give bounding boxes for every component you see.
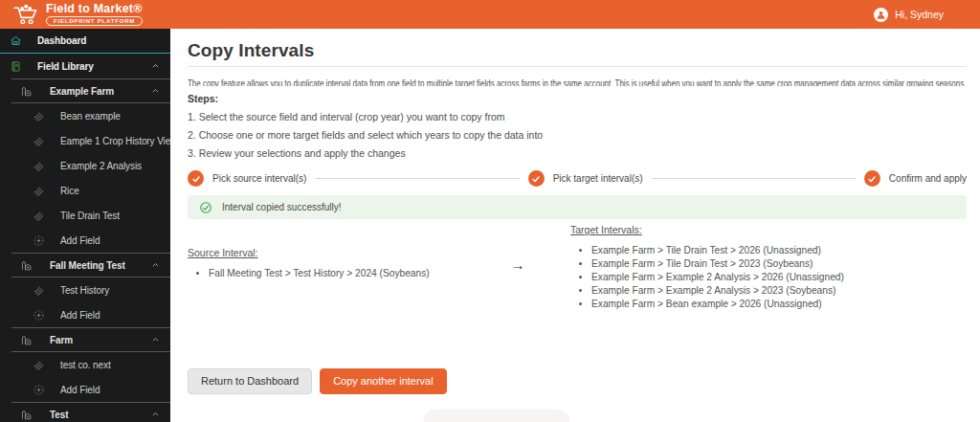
sidebar-item-label: Bean example xyxy=(60,111,121,122)
step-indicator-target: Pick target interval(s) xyxy=(528,170,643,187)
sidebar-item-test-co-next[interactable]: test co. next xyxy=(0,352,170,377)
success-check-icon xyxy=(199,201,212,214)
brand-title: Field to Market® xyxy=(46,3,143,15)
return-to-dashboard-button[interactable]: Return to Dashboard xyxy=(188,368,312,394)
user-menu[interactable]: Hi, Sydney xyxy=(874,8,944,22)
copy-another-interval-button[interactable]: Copy another interval xyxy=(320,368,447,394)
sidebar-item-test[interactable]: Test xyxy=(0,402,170,422)
arrow-icon: → xyxy=(494,256,542,273)
sidebar-item-label: Example 2 Analysis xyxy=(60,161,142,171)
chevron-up-icon[interactable] xyxy=(151,261,160,270)
target-intervals-section: Target Intervals: Example Farm > Tile Dr… xyxy=(570,224,967,311)
field-icon xyxy=(33,185,45,197)
sidebar-item-label: Rice xyxy=(60,186,79,196)
check-icon xyxy=(188,170,204,187)
person-icon xyxy=(874,8,888,22)
step-instruction: 2. Choose one or more target fields and … xyxy=(188,129,967,141)
sidebar-item-example-2-analysis[interactable]: Example 2 Analysis xyxy=(0,153,170,178)
check-icon xyxy=(864,170,880,187)
chevron-up-icon[interactable] xyxy=(151,62,160,71)
copy-summary: Source Interval: Fall Meeting Test > Tes… xyxy=(188,224,967,311)
step-indicator-confirm: Confirm and apply xyxy=(864,170,967,187)
sidebar-item-field-library[interactable]: Field Library xyxy=(0,54,170,78)
bottom-widget-handle[interactable] xyxy=(424,411,569,422)
app-header: Field to Market® FIELDPRINT PLATFORM Hi,… xyxy=(0,0,980,29)
step-instruction: 1. Select the source field and interval … xyxy=(188,111,967,122)
sidebar-item-label: Fall Meeting Test xyxy=(50,260,125,271)
step-indicator-source: Pick source interval(s) xyxy=(188,170,306,187)
sidebar-nav: Dashboard Field Library Example Farm xyxy=(0,29,170,422)
sidebar-item-add-field-example-farm[interactable]: Add Field xyxy=(0,228,170,253)
action-buttons: Return to Dashboard Copy another interva… xyxy=(188,368,447,394)
target-interval-item: Example Farm > Example 2 Analysis > 2023… xyxy=(591,284,967,298)
brand-logo[interactable]: Field to Market® FIELDPRINT PLATFORM xyxy=(13,3,143,26)
add-icon xyxy=(33,234,45,247)
sidebar-item-label: Dashboard xyxy=(37,35,86,46)
field-icon xyxy=(33,160,45,172)
sidebar-item-rice[interactable]: Rice xyxy=(0,178,170,203)
target-interval-item: Example Farm > Example 2 Analysis > 2026… xyxy=(591,271,967,284)
sidebar-item-farm[interactable]: Farm xyxy=(0,327,170,352)
farm-icon xyxy=(20,334,33,346)
sidebar-item-test-history[interactable]: Test History xyxy=(0,278,170,302)
success-banner: Interval copied successfully! xyxy=(188,195,967,219)
sidebar-item-add-field-farm[interactable]: Add Field xyxy=(0,377,170,402)
main-content: Copy Intervals The copy feature allows y… xyxy=(170,29,980,422)
source-interval-heading: Source Interval: xyxy=(188,247,494,258)
sidebar-item-label: Field Library xyxy=(37,61,94,72)
sidebar-item-label: Eample 1 Crop History View xyxy=(60,136,170,146)
success-message: Interval copied successfully! xyxy=(222,202,342,212)
farm-icon xyxy=(20,85,33,98)
step-label: Confirm and apply xyxy=(889,173,967,184)
field-icon xyxy=(33,110,45,122)
field-icon xyxy=(33,359,45,371)
field-icon xyxy=(33,284,45,297)
chevron-up-icon[interactable] xyxy=(151,336,160,344)
cart-icon xyxy=(13,3,39,26)
title-divider xyxy=(188,66,967,67)
target-interval-item: Example Farm > Tile Drain Test > 2023 (S… xyxy=(591,257,967,271)
add-icon xyxy=(33,384,45,396)
source-interval-item: Fall Meeting Test > Test History > 2024 … xyxy=(209,267,494,280)
sidebar-item-label: Test History xyxy=(60,285,109,296)
library-icon xyxy=(10,60,22,73)
sidebar-item-label: test co. next xyxy=(60,360,111,370)
sidebar-item-example-farm[interactable]: Example Farm xyxy=(0,78,170,103)
source-interval-section: Source Interval: Fall Meeting Test > Tes… xyxy=(188,247,494,280)
field-icon xyxy=(33,135,45,147)
sidebar-item-label: Tile Drain Test xyxy=(60,211,120,221)
progress-stepper: Pick source interval(s) Pick target inte… xyxy=(188,170,967,187)
step-instruction: 3. Review your selections and apply the … xyxy=(188,147,967,159)
check-icon xyxy=(528,170,545,187)
farm-icon xyxy=(20,409,33,421)
step-label: Pick target interval(s) xyxy=(553,173,643,184)
sidebar-item-label: Add Field xyxy=(60,235,100,246)
stepper-connector xyxy=(315,178,519,179)
sidebar-item-label: Add Field xyxy=(60,310,100,321)
farm-icon xyxy=(20,259,33,272)
sidebar-item-label: Test xyxy=(50,410,68,420)
steps-heading: Steps: xyxy=(188,93,967,104)
stepper-connector xyxy=(652,178,856,179)
user-greeting: Hi, Sydney xyxy=(895,9,944,20)
target-interval-item: Example Farm > Tile Drain Test > 2026 (U… xyxy=(591,244,967,257)
target-intervals-heading: Target Intervals: xyxy=(570,224,967,235)
step-label: Pick source interval(s) xyxy=(212,173,306,184)
brand-subtitle: FIELDPRINT PLATFORM xyxy=(46,16,143,26)
chevron-up-icon[interactable] xyxy=(151,87,160,96)
sidebar-item-label: Farm xyxy=(50,335,73,345)
target-interval-item: Example Farm > Bean example > 2026 (Unas… xyxy=(591,298,967,311)
sidebar-item-tile-drain-test[interactable]: Tile Drain Test xyxy=(0,203,170,228)
sidebar-item-bean-example[interactable]: Bean example xyxy=(0,103,170,128)
page-description: The copy feature allows you to duplicate… xyxy=(188,78,966,86)
chevron-up-icon[interactable] xyxy=(151,411,160,419)
sidebar-item-eample-1-crop-history-view[interactable]: Eample 1 Crop History View xyxy=(0,128,170,153)
sidebar-item-add-field-fall-meeting-test[interactable]: Add Field xyxy=(0,302,170,327)
page-title: Copy Intervals xyxy=(188,40,967,61)
sidebar-item-label: Example Farm xyxy=(50,86,114,97)
add-icon xyxy=(33,309,45,322)
sidebar-item-dashboard[interactable]: Dashboard xyxy=(0,29,170,54)
home-icon xyxy=(10,34,22,47)
sidebar-item-fall-meeting-test[interactable]: Fall Meeting Test xyxy=(0,253,170,278)
field-icon xyxy=(33,210,45,222)
